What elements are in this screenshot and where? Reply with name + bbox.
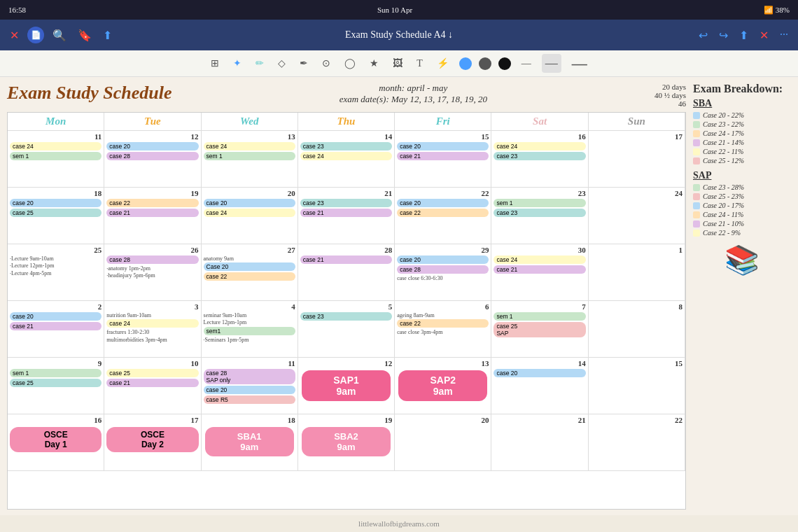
week-row-5: 9 sem 1 case 25 10 case 25 case 21 11 ca… xyxy=(8,358,685,414)
header-sat: Sat xyxy=(491,113,588,131)
color-circle-blue[interactable] xyxy=(459,57,472,70)
footer-text: littlewallofbigdreams.com xyxy=(358,519,440,528)
sap-color-3 xyxy=(693,202,700,209)
color-circle-dark[interactable] xyxy=(479,57,491,70)
sba-color-2 xyxy=(693,121,700,128)
cell-mon-25: 25 ·Lecture 9am-10am·Lecture 12pm-1pm·Le… xyxy=(8,244,104,300)
sba-text-3: Case 24 - 17% xyxy=(703,130,744,137)
cell-tue-may3: 3 nutrition 9am-10am case 24 fractures 1… xyxy=(104,301,201,357)
lasso-tool[interactable]: ⊙ xyxy=(318,55,334,71)
sba-text-1: Case 20 - 22% xyxy=(703,111,744,119)
status-bar: 16:58 Sun 10 Apr 📶 38% xyxy=(0,0,798,20)
cell-sat-23: 23 sem 1 case 23 xyxy=(491,188,588,244)
export-button[interactable]: ⬆ xyxy=(736,27,751,43)
cell-fri-may20: 20 xyxy=(395,414,491,470)
calendar-area: Exam Study Schedule month: april - may e… xyxy=(7,83,686,510)
image-tool[interactable]: 🖼 xyxy=(389,56,406,71)
cell-sun-may1: 1 xyxy=(589,244,685,300)
sap-section: SAP Case 23 - 28% Case 25 - 23% Case 20 … xyxy=(693,170,791,237)
sba-item-5: Case 22 - 11% xyxy=(693,148,791,155)
sap-label: SAP xyxy=(693,170,791,181)
cell-thu-may5: 5 case 23 xyxy=(298,301,395,357)
week-row-1: 11 case 24 sem 1 12 case 20 case 28 13 c… xyxy=(8,131,685,188)
sap-text-2: Case 25 - 23% xyxy=(703,192,744,200)
sap-text-4: Case 24 - 11% xyxy=(703,211,743,218)
redo-button[interactable]: ↪ xyxy=(716,27,731,43)
eraser-tool[interactable]: ◇ xyxy=(274,55,289,71)
cell-sat-30: 30 case 24 case 21 xyxy=(491,244,588,300)
sap-item-6: Case 22 - 9% xyxy=(693,229,791,237)
exam-breakdown-sidebar: Exam Breakdown: SBA Case 20 - 22% Case 2… xyxy=(693,83,791,510)
sba-color-6 xyxy=(693,158,700,164)
pen-tool[interactable]: ✏ xyxy=(252,55,267,71)
close-doc-button[interactable]: ✕ xyxy=(757,27,771,43)
cell-fri-22: 22 case 20 case 22 xyxy=(395,188,491,244)
cell-mon-may2: 2 case 20 case 21 xyxy=(8,301,104,357)
undo-button[interactable]: ↩ xyxy=(696,27,710,43)
cell-tue-may10: 10 case 25 case 21 xyxy=(104,358,201,414)
select-tool[interactable]: ⊞ xyxy=(207,55,223,71)
more-options-button[interactable]: ··· xyxy=(777,27,791,43)
sba-color-1 xyxy=(693,112,700,119)
cell-thu-14: 14 case 23 case 24 xyxy=(298,131,395,187)
calendar-title: Exam Study Schedule xyxy=(7,83,172,104)
color-tool[interactable]: ⚡ xyxy=(433,55,452,71)
color-circle-black[interactable] xyxy=(498,57,511,70)
shape-tool[interactable]: ◯ xyxy=(341,55,359,71)
header-mon: Mon xyxy=(8,113,104,131)
week-row-3: 25 ·Lecture 9am-10am·Lecture 12pm-1pm·Le… xyxy=(8,244,685,301)
cell-sat-may21: 21 xyxy=(491,414,588,470)
sap-color-1 xyxy=(693,184,700,191)
sap-color-2 xyxy=(693,193,700,200)
sba-item-4: Case 21 - 14% xyxy=(693,139,791,146)
text-tool[interactable]: T xyxy=(413,56,426,71)
sap-color-5 xyxy=(693,220,700,227)
line-medium[interactable]: — xyxy=(542,54,561,73)
line-thick[interactable]: — xyxy=(568,52,591,75)
cell-sun-17: 17 xyxy=(589,131,685,187)
star-tool[interactable]: ★ xyxy=(366,55,382,71)
sap-text-5: Case 21 - 10% xyxy=(703,220,744,227)
bookmark-icon[interactable]: 🔖 xyxy=(75,27,94,43)
cell-sat-may14: 14 case 20 xyxy=(491,358,588,414)
sap-text-1: Case 23 - 28% xyxy=(703,183,744,191)
sba-text-6: Case 25 - 12% xyxy=(703,157,744,164)
bluetooth-icon: ✦ xyxy=(230,55,245,71)
calendar-header: Exam Study Schedule month: april - may e… xyxy=(7,83,686,108)
sba-text-2: Case 23 - 22% xyxy=(703,120,744,128)
cell-fri-may13: 13 SAP29am xyxy=(395,358,491,414)
sap-color-4 xyxy=(693,211,700,218)
cell-fri-may6: 6 ageing 8am-9am case 22 case close 3pm-… xyxy=(395,301,491,357)
sap-text-3: Case 20 - 17% xyxy=(703,202,744,209)
cell-sun-may8: 8 xyxy=(589,301,685,357)
sba-color-5 xyxy=(693,148,700,155)
header-wed: Wed xyxy=(202,113,298,131)
cell-thu-may19: 19 SBA29am xyxy=(298,414,395,470)
sap-item-4: Case 24 - 11% xyxy=(693,211,791,218)
cell-wed-may4: 4 seminar 9am-10am Lecture 12pm-1pm sem1… xyxy=(202,301,298,357)
calendar-counts: 20 days 40 ½ days 46 xyxy=(654,83,686,108)
cell-mon-may16: 16 OSCEDay 1 xyxy=(8,414,104,470)
sba-item-3: Case 24 - 17% xyxy=(693,130,791,137)
line-thin[interactable]: — xyxy=(518,56,535,71)
sap-color-6 xyxy=(693,230,700,237)
sba-item-6: Case 25 - 12% xyxy=(693,157,791,164)
cell-wed-27: 27 anatomy 9am Case 20 case 22 xyxy=(202,244,298,300)
cell-tue-19: 19 case 22 case 21 xyxy=(104,188,201,244)
header-tue: Tue xyxy=(104,113,201,131)
header-fri: Fri xyxy=(395,113,491,131)
sba-color-3 xyxy=(693,130,700,137)
sba-text-4: Case 21 - 14% xyxy=(703,139,744,146)
share-icon[interactable]: ⬆ xyxy=(100,27,115,43)
cell-wed-20: 20 case 20 case 24 xyxy=(202,188,298,244)
search-icon[interactable]: 🔍 xyxy=(50,27,69,43)
document-title[interactable]: Exam Study Schedule A4 ↓ xyxy=(345,29,453,40)
drawing-toolbar: ⊞ ✦ ✏ ◇ ✒ ⊙ ◯ ★ 🖼 T ⚡ — — — xyxy=(0,50,798,77)
close-button[interactable]: ✕ xyxy=(7,27,22,43)
sba-text-5: Case 22 - 11% xyxy=(703,148,743,155)
sap-item-5: Case 21 - 10% xyxy=(693,220,791,227)
week-row-6: 16 OSCEDay 1 17 OSCEDay 2 18 SBA19am 19 … xyxy=(8,414,685,471)
cell-mon-may9: 9 sem 1 case 25 xyxy=(8,358,104,414)
pencil-tool[interactable]: ✒ xyxy=(296,55,312,71)
app-icon[interactable]: 📄 xyxy=(27,27,44,43)
